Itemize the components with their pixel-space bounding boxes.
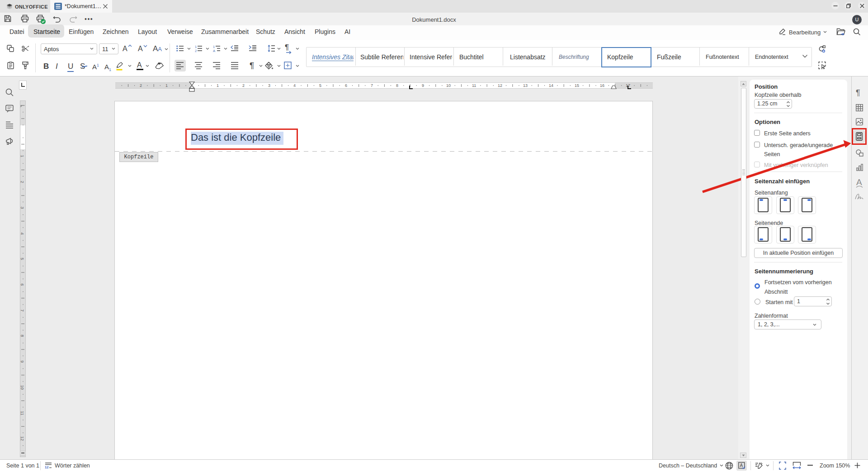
- svg-text:1: 1: [195, 45, 197, 49]
- svg-text:A: A: [213, 49, 215, 52]
- svg-text:12: 12: [45, 465, 48, 469]
- svg-text:1: 1: [213, 45, 215, 49]
- svg-text:2: 2: [195, 49, 197, 52]
- svg-text:A: A: [740, 463, 743, 468]
